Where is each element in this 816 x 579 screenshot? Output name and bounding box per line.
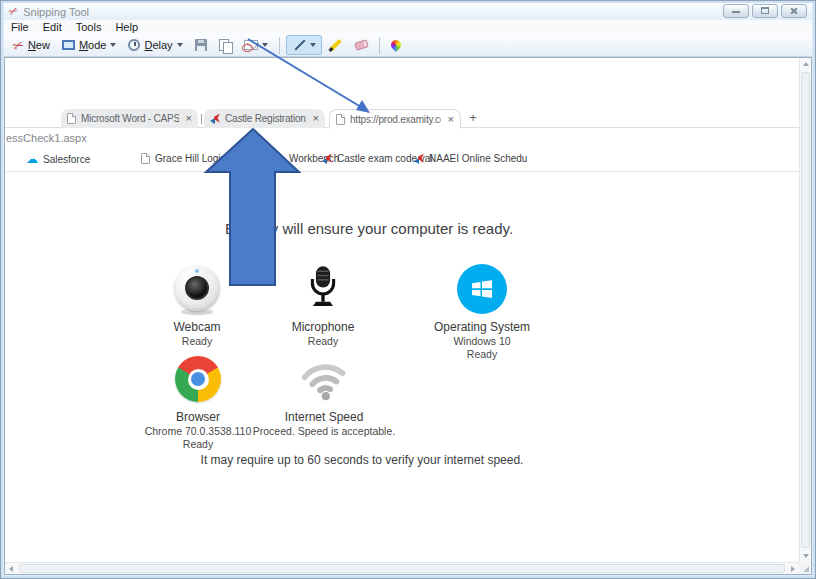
vertical-scroll-thumb[interactable]: [801, 72, 810, 548]
scroll-left-icon: [9, 566, 13, 572]
snipping-tool-app-icon: ✂: [7, 5, 20, 19]
titlebar: ✂ Snipping Tool: [4, 3, 812, 20]
minimize-icon: [732, 11, 740, 13]
toolbar-separator: [279, 37, 280, 54]
delay-dropdown-icon: [177, 43, 183, 47]
save-icon: [195, 39, 207, 51]
tab-close-icon: [446, 114, 454, 125]
windows-icon: [457, 263, 507, 315]
save-button[interactable]: [190, 37, 212, 53]
page-heading: Examity will ensure your computer is rea…: [69, 220, 669, 237]
castle-favicon: [322, 154, 332, 164]
page-icon: [141, 153, 150, 164]
pen-icon: [292, 38, 306, 52]
mode-button[interactable]: Mode: [57, 37, 122, 53]
pen-dropdown-icon: [310, 43, 316, 47]
window-controls: [723, 4, 807, 18]
page-note: It may require up to 60 seconds to verif…: [57, 453, 667, 467]
color-pin-icon: [389, 38, 403, 52]
tab-close-icon: [311, 113, 319, 124]
check-item-microphone: Microphone Ready: [267, 263, 379, 347]
copy-icon: [219, 39, 232, 52]
page-icon: [336, 114, 345, 125]
email-icon: [244, 40, 258, 50]
tab-microsoft-word: Microsoft Word - CAPS Exam Tes: [61, 109, 198, 128]
castle-favicon: [414, 154, 424, 164]
highlighter-icon: [329, 38, 343, 52]
clock-icon: [128, 39, 140, 51]
vertical-scrollbar[interactable]: [799, 58, 811, 562]
new-tab-icon: +: [465, 110, 481, 125]
address-fragment: essCheck1.aspx: [6, 132, 87, 144]
send-button[interactable]: [239, 38, 273, 52]
check-item-webcam: Webcam Ready: [141, 263, 253, 347]
check-item-internet-speed: Internet Speed Proceed. Speed is accepta…: [239, 353, 409, 437]
maximize-icon: [761, 7, 769, 14]
edit-color-button[interactable]: [386, 38, 406, 52]
captured-screenshot: Microsoft Word - CAPS Exam Tes Castle Re…: [5, 58, 799, 562]
close-icon: [790, 7, 798, 15]
scroll-right-icon: [791, 566, 795, 572]
menu-bar: File Edit Tools Help: [4, 20, 812, 34]
microphone-icon: [306, 263, 340, 315]
tab-examity-system-check: https://prod.examity.com/system: [329, 109, 461, 129]
menu-edit[interactable]: Edit: [36, 20, 69, 34]
toolbar-separator: [379, 37, 380, 54]
snip-canvas[interactable]: Microsoft Word - CAPS Exam Tes Castle Re…: [4, 57, 812, 575]
tab-castle-registration: Castle Registration: [204, 109, 325, 128]
bookmark-naaei-online: NAAEI Online Schedu: [414, 153, 527, 164]
bookmark-salesforce: ☁ Salesforce: [26, 153, 90, 165]
star-icon: [251, 154, 261, 164]
horizontal-scrollbar[interactable]: [5, 562, 799, 574]
menu-help[interactable]: Help: [108, 20, 145, 34]
wifi-icon: [293, 350, 354, 408]
tab-close-icon: [184, 113, 192, 124]
cloud-icon: ☁: [26, 153, 38, 165]
copy-button[interactable]: [214, 37, 237, 54]
menu-tools[interactable]: Tools: [69, 20, 109, 34]
bookmarks-divider: [5, 171, 799, 172]
highlighter-button[interactable]: [324, 36, 348, 54]
scissors-icon: ✂: [11, 37, 26, 53]
close-button[interactable]: [781, 4, 807, 18]
webcam-icon: [174, 263, 220, 315]
delay-button[interactable]: Delay: [123, 37, 187, 53]
menu-file[interactable]: File: [4, 20, 36, 34]
page-icon: [67, 113, 76, 124]
mode-dropdown-icon: [110, 43, 116, 47]
bookmark-partial: C: [251, 153, 273, 164]
bookmark-grace-hill: Grace Hill Login Serv: [141, 153, 249, 164]
toolbar: ✂ New Mode Delay: [4, 34, 812, 57]
resize-gripper[interactable]: [799, 562, 811, 574]
chrome-icon: [175, 353, 221, 405]
minimize-button[interactable]: [723, 4, 749, 18]
mode-icon: [62, 40, 75, 50]
eraser-icon: [354, 39, 369, 51]
window-title: Snipping Tool: [23, 6, 89, 18]
check-item-os: Operating System Windows 10 Ready: [417, 263, 547, 360]
eraser-button[interactable]: [350, 39, 373, 51]
maximize-button[interactable]: [752, 4, 778, 18]
pen-button[interactable]: [286, 35, 322, 55]
horizontal-scroll-thumb[interactable]: [19, 564, 785, 573]
new-snip-button[interactable]: ✂ New: [8, 37, 55, 54]
scroll-up-icon: [803, 62, 809, 66]
send-dropdown-icon: [262, 43, 268, 47]
scroll-down-icon: [803, 554, 809, 558]
snipping-tool-window: ✂ Snipping Tool File Edit Tools Help ✂ N…: [0, 0, 816, 579]
tab-separator: [201, 114, 202, 124]
castle-favicon: [210, 114, 220, 124]
